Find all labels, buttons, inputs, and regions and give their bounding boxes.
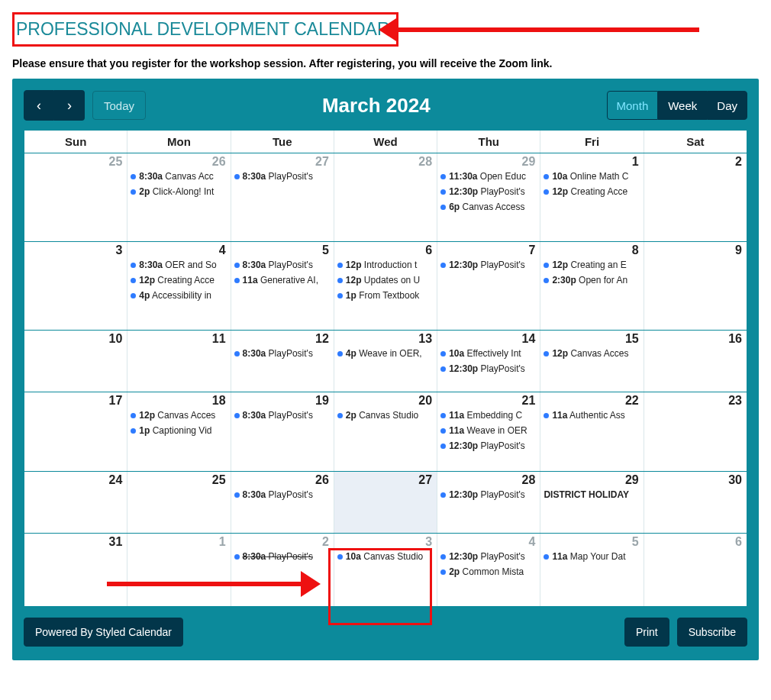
day-cell[interactable]: 198:30a PlayPosit's xyxy=(231,392,334,471)
day-cell[interactable]: 128:30a PlayPosit's xyxy=(231,331,334,392)
day-cell[interactable]: 9 xyxy=(644,242,747,330)
calendar-event[interactable]: 11a Generative AI, xyxy=(234,273,331,288)
calendar-event[interactable]: 2p Canvas Studio xyxy=(337,408,434,423)
calendar-event[interactable]: 10a Effectively Int xyxy=(440,346,537,361)
calendar-event[interactable]: 10a Online Math C xyxy=(544,169,640,184)
calendar-event[interactable]: 11a Authentic Ass xyxy=(544,408,640,423)
calendar-event[interactable]: 12p Creating Acce xyxy=(544,184,640,199)
today-button[interactable]: Today xyxy=(92,91,146,120)
calendar-event[interactable]: 1p From Textbook xyxy=(337,288,434,303)
print-button[interactable]: Print xyxy=(624,618,669,647)
calendar-event[interactable]: 8:30a PlayPosit's xyxy=(234,169,331,184)
calendar-event[interactable]: 2:30p Open for An xyxy=(544,273,640,288)
calendar-event[interactable]: 11a Weave in OER xyxy=(440,423,537,438)
calendar-event[interactable]: 8:30a PlayPosit's xyxy=(234,257,331,273)
event-time: 12:30p xyxy=(449,186,478,197)
day-cell[interactable]: 278:30a PlayPosit's xyxy=(231,153,334,241)
calendar-event[interactable]: 11a Map Your Dat xyxy=(544,549,640,564)
event-time: 2p xyxy=(139,186,150,197)
calendar-event[interactable]: 12:30p PlayPosit's xyxy=(440,257,537,273)
day-cell[interactable]: 612p Introduction t12p Updates on U1p Fr… xyxy=(334,242,437,330)
day-cell[interactable]: 25 xyxy=(127,472,231,533)
day-cell[interactable]: 58:30a PlayPosit's11a Generative AI, xyxy=(231,242,334,330)
view-week-button[interactable]: Week xyxy=(658,91,707,120)
calendar-event[interactable]: 8:30a PlayPosit's xyxy=(234,408,331,423)
calendar-event[interactable]: 12p Creating Acce xyxy=(131,273,227,288)
day-cell[interactable]: 16 xyxy=(644,331,747,392)
powered-by-button[interactable]: Powered By Styled Calendar xyxy=(24,618,183,647)
day-cell[interactable]: 511a Map Your Dat xyxy=(540,534,644,606)
day-cell[interactable]: 2111a Embedding C11a Weave in OER12:30p … xyxy=(437,392,540,471)
event-title: Creating an E xyxy=(568,260,627,270)
day-cell[interactable]: 2911:30a Open Educ12:30p PlayPosit's6p C… xyxy=(437,153,540,241)
day-cell[interactable]: 48:30a OER and So12p Creating Acce4p Acc… xyxy=(127,242,231,330)
calendar-event[interactable]: DISTRICT HOLIDAY xyxy=(544,487,640,502)
calendar-event[interactable]: 6p Canvas Access xyxy=(440,199,537,215)
calendar-event[interactable]: 12p Creating an E xyxy=(544,257,640,273)
calendar-event[interactable]: 12p Canvas Acces xyxy=(131,408,227,423)
day-cell[interactable]: 25 xyxy=(24,153,127,241)
day-cell[interactable]: 27 xyxy=(334,472,437,533)
calendar-event[interactable]: 12p Canvas Acces xyxy=(544,346,640,361)
day-cell[interactable]: 268:30a PlayPosit's xyxy=(231,472,334,533)
view-month-button[interactable]: Month xyxy=(607,91,659,120)
day-cell[interactable]: 2 xyxy=(644,153,747,241)
calendar-event[interactable]: 12:30p PlayPosit's xyxy=(440,487,537,502)
day-number: 21 xyxy=(440,394,537,408)
calendar-event[interactable]: 8:30a PlayPosit's xyxy=(234,549,331,564)
calendar-event[interactable]: 11a Embedding C xyxy=(440,408,537,423)
prev-button[interactable]: ‹ xyxy=(24,90,54,121)
subscribe-button[interactable]: Subscribe xyxy=(677,618,747,647)
day-cell[interactable]: 3 xyxy=(24,242,127,330)
day-cell[interactable]: 11 xyxy=(127,331,231,392)
day-cell[interactable]: 2812:30p PlayPosit's xyxy=(437,472,540,533)
calendar-event[interactable]: 1p Captioning Vid xyxy=(131,423,227,438)
day-cell[interactable]: 31 xyxy=(24,534,127,606)
next-button[interactable]: › xyxy=(54,90,85,121)
day-number: 11 xyxy=(131,332,227,346)
day-cell[interactable]: 268:30a Canvas Acc2p Click-Along! Int xyxy=(127,153,231,241)
calendar-event[interactable]: 12:30p PlayPosit's xyxy=(440,361,537,376)
calendar-event[interactable]: 10a Canvas Studio xyxy=(337,549,434,564)
calendar-event[interactable]: 12:30p PlayPosit's xyxy=(440,438,537,453)
calendar-event[interactable]: 11:30a Open Educ xyxy=(440,169,537,184)
day-cell[interactable]: 812p Creating an E2:30p Open for An xyxy=(540,242,644,330)
day-cell[interactable]: 10 xyxy=(24,331,127,392)
calendar-event[interactable]: 8:30a OER and So xyxy=(131,257,227,273)
day-cell[interactable]: 28 xyxy=(334,153,437,241)
day-cell[interactable]: 1812p Canvas Acces1p Captioning Vid xyxy=(127,392,231,471)
calendar-event[interactable]: 12:30p PlayPosit's xyxy=(440,549,537,564)
day-number: 3 xyxy=(337,535,434,549)
day-cell[interactable]: 1512p Canvas Acces xyxy=(540,331,644,392)
day-cell[interactable]: 310a Canvas Studio xyxy=(334,534,437,606)
day-cell[interactable]: 30 xyxy=(644,472,747,533)
day-cell[interactable]: 1410a Effectively Int12:30p PlayPosit's xyxy=(437,331,540,392)
chevron-right-icon: › xyxy=(67,98,72,114)
day-cell[interactable]: 29DISTRICT HOLIDAY xyxy=(540,472,644,533)
day-number: 4 xyxy=(440,535,537,549)
day-cell[interactable]: 110a Online Math C12p Creating Acce xyxy=(540,153,644,241)
calendar-event[interactable]: 8:30a PlayPosit's xyxy=(234,346,331,361)
day-number: 6 xyxy=(337,244,434,257)
calendar-event[interactable]: 8:30a PlayPosit's xyxy=(234,487,331,502)
day-cell[interactable]: 2211a Authentic Ass xyxy=(540,392,644,471)
calendar-event[interactable]: 12p Introduction t xyxy=(337,257,434,273)
calendar-event[interactable]: 4p Accessibility in xyxy=(131,288,227,303)
calendar-event[interactable]: 2p Click-Along! Int xyxy=(131,184,227,199)
calendar-toolbar: ‹ › Today March 2024 Month Week Day xyxy=(24,90,747,121)
calendar-event[interactable]: 4p Weave in OER, xyxy=(337,346,434,361)
day-cell[interactable]: 6 xyxy=(644,534,747,606)
day-cell[interactable]: 24 xyxy=(24,472,127,533)
day-cell[interactable]: 134p Weave in OER, xyxy=(334,331,437,392)
calendar-event[interactable]: 2p Common Mista xyxy=(440,564,537,579)
day-cell[interactable]: 712:30p PlayPosit's xyxy=(437,242,540,330)
day-cell[interactable]: 17 xyxy=(24,392,127,471)
day-cell[interactable]: 23 xyxy=(644,392,747,471)
day-cell[interactable]: 1 xyxy=(127,534,231,606)
day-cell[interactable]: 412:30p PlayPosit's2p Common Mista xyxy=(437,534,540,606)
calendar-event[interactable]: 8:30a Canvas Acc xyxy=(131,169,227,184)
calendar-event[interactable]: 12p Updates on U xyxy=(337,273,434,288)
calendar-event[interactable]: 12:30p PlayPosit's xyxy=(440,184,537,199)
view-day-button[interactable]: Day xyxy=(707,91,747,120)
day-cell[interactable]: 202p Canvas Studio xyxy=(334,392,437,471)
